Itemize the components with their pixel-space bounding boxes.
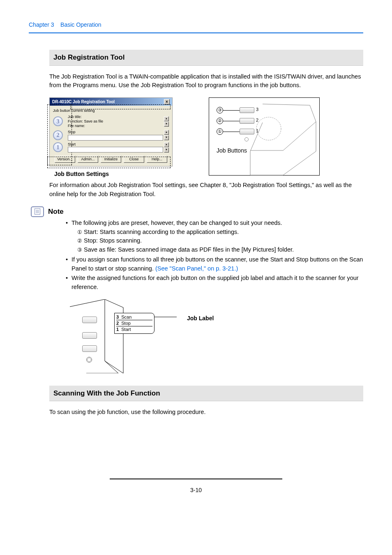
scanner-figure-label: Job Buttons (217, 146, 247, 155)
spin-up-icon[interactable]: ▲ (164, 142, 169, 147)
section-heading-job-registration: Job Registration Tool (49, 50, 363, 66)
job-row-3: 3 Job title: Function: Save as file File… (53, 115, 169, 129)
dialog-figure: DR-4010C Job Registration Tool × Job but… (49, 97, 173, 178)
scanner-figure: ③ 3 ② 2 ① 1 Job Buttons (209, 97, 320, 176)
job-row-1: 1 Start ▲ ▼ (53, 142, 169, 153)
dialog-group-label: Job button current setting (53, 108, 169, 114)
job-label-box: 3 3 ScanScan 2 Stop 1 Start (114, 313, 154, 334)
page-number: 3-10 (29, 482, 363, 495)
section1-intro: The Job Registration Tool is a TWAIN-com… (49, 72, 363, 90)
job-label-figure: 3 3 ScanScan 2 Stop 1 Start (70, 299, 181, 373)
spin-down-icon[interactable]: ▼ (164, 135, 169, 140)
note-bullet-2: If you assign scan functions to all thre… (66, 255, 363, 273)
initialize-button[interactable]: Initialize (101, 156, 121, 163)
job-registration-dialog: DR-4010C Job Registration Tool × Job but… (49, 97, 173, 166)
job-row-2: 2 Stop ▲ ▼ (53, 130, 169, 140)
close-icon[interactable]: × (164, 99, 170, 104)
dialog-caption: Job Button Settings (54, 170, 173, 178)
chapter-title: Basic Operation (60, 21, 101, 28)
spin-down-icon[interactable]: ▼ (164, 148, 169, 153)
spin-up-icon[interactable]: ▲ (164, 130, 169, 135)
admin-button[interactable]: Admin... (78, 156, 98, 163)
version-button[interactable]: Version... (55, 156, 75, 163)
section1-after-text: For information about Job Registration T… (49, 181, 363, 199)
spin-up-icon[interactable]: ▲ (164, 116, 169, 121)
note-bullet-3: Write the assigned functions for each jo… (66, 274, 363, 292)
job-number-badge: 1 (53, 142, 63, 152)
job-label-caption: Job Label (187, 314, 214, 323)
svg-line-2 (105, 361, 123, 373)
note-icon (31, 206, 44, 217)
chapter-number: Chapter 3 (29, 21, 54, 28)
note-bullet-1: The following jobs are preset, however, … (66, 219, 363, 254)
spin-down-icon[interactable]: ▼ (164, 122, 169, 127)
scan-panel-link[interactable]: (See "Scan Panel," on p. 3-21.) (155, 265, 238, 272)
job-number-badge: 2 (53, 130, 63, 140)
help-button[interactable]: Help... (147, 156, 167, 163)
svg-line-1 (105, 299, 123, 308)
dialog-title-text: DR-4010C Job Registration Tool (52, 99, 115, 105)
chapter-header: Chapter 3 Basic Operation (29, 21, 363, 33)
section2-intro: To scan using the job function, use the … (49, 408, 363, 417)
close-button[interactable]: Close (124, 156, 144, 163)
note-heading: Note (48, 206, 64, 217)
section-heading-scanning: Scanning With the Job Function (49, 386, 363, 402)
job-number-badge: 3 (53, 116, 63, 126)
